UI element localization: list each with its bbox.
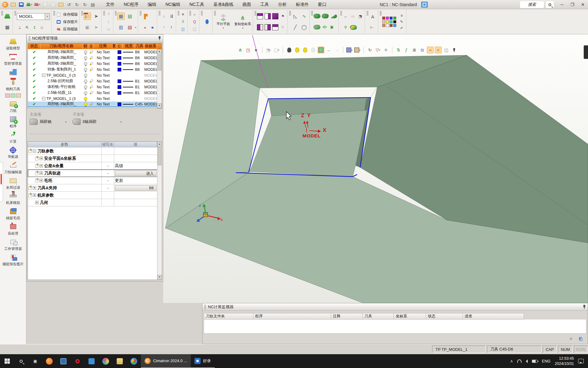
measure-distance-icon[interactable]: ↔ [343,13,349,19]
cursor-clear-icon[interactable]: ➤ [253,47,259,53]
model-scene[interactable] [163,34,588,303]
app-chrome-icon[interactable] [127,354,141,368]
surface-offset-icon[interactable]: ▣ [329,24,335,30]
sidebar-item-part[interactable] [0,68,26,76]
params-scrollbar[interactable]: ▲ ▼ [157,141,162,280]
battery-icon[interactable] [532,360,537,363]
enter-button[interactable]: 进入 [115,171,156,176]
monitor-columns[interactable]: 刀轨文件夹 程序 注释 刀具 坐标系 状态 进度 [204,313,524,320]
save-icon[interactable] [18,1,24,8]
menu-nc-edit[interactable]: NC编辑 [165,1,181,8]
param-row[interactable]: +安全平面&坐标系 [28,155,162,162]
sidebar-item-toolpath-editor[interactable]: 刀轨编辑器 [0,161,26,174]
load-tool-icon[interactable]: ▾ [34,1,40,8]
report-table-icon[interactable]: ▥ [117,24,125,31]
table-group-row[interactable]: ✔ −TP_MODEL_0 (3 No Text MODEL [28,72,162,78]
view-side-icon[interactable] [257,24,263,30]
scroll-up-icon[interactable]: ▲ [157,49,162,54]
params-scroll-up-icon[interactable]: ▲ [157,142,162,147]
monitor-header[interactable]: NC计算监视器 [202,303,588,311]
tools-icon[interactable]: ✕ [180,12,186,17]
parallel-plane-button[interactable]: 平行平面 ▾ [217,14,230,29]
param-row[interactable]: +毛坯 - 更新 [28,177,162,184]
close-folder-icon[interactable] [58,1,64,8]
list-view-icon[interactable]: ▤ [89,1,96,8]
view-cube-icon[interactable]: ▾ [346,47,353,53]
rotate-view-icon[interactable]: ↻ [367,47,373,53]
show-tool-bulb-icon[interactable] [84,13,91,20]
toolpath-points-icon[interactable]: ⌗ [435,47,442,53]
cube-bulb-icon[interactable]: ▣ [84,24,91,31]
sub-option-select[interactable]: 3轴局部 ▾ [73,119,122,125]
sidebar-item-calculate[interactable]: 计算 [0,131,26,144]
copy-ucs-button[interactable]: ⋔ 复制坐标系 ▾ [234,14,251,29]
tool-button[interactable]: B6 [115,185,156,191]
pick-add-icon[interactable]: ✛ [383,47,389,53]
sidebar-mini-icons[interactable] [0,94,26,98]
clip-plane-icon[interactable]: ◫ [443,47,450,53]
params-scroll-down-icon[interactable]: ▼ [157,275,162,280]
region-icon[interactable]: ■ [149,25,155,31]
pm-pin-icon[interactable] [158,36,161,40]
close-button[interactable]: ✕ [578,0,588,9]
view-back-icon[interactable] [265,24,271,30]
view-section-icon[interactable] [272,24,278,30]
notification-icon[interactable] [578,359,584,363]
mini-tan-cube-icon[interactable] [16,94,21,98]
view-flag2-icon[interactable]: ⚐ [280,25,286,30]
menu-surface[interactable]: 曲面 [242,1,252,8]
sketch-icon[interactable]: ◺ [292,13,299,20]
surface-extend-icon[interactable] [314,25,320,29]
param-row[interactable]: −刀轨参数 [28,148,162,155]
tool-axis-icon[interactable]: ⟂ [17,25,23,30]
app-paint-icon[interactable] [99,354,113,368]
new-model-icon[interactable] [4,13,11,20]
table-row[interactable]: ✔ 转换-复制阵列_1 No Text B6 MODEL [28,67,162,72]
title-save-icon[interactable] [421,2,428,8]
param-row[interactable]: +几何 [28,199,162,206]
app-firefox-icon[interactable] [42,354,56,368]
exit-monitor-icon[interactable]: ⎗ [577,336,584,342]
table-row[interactable]: ✔ 体积铣-平行粗铣 No Text B1 MODEL [28,84,162,90]
circle-icon[interactable]: ◯ [300,24,308,31]
toolpath-display-icon[interactable]: ⌁ [427,47,434,53]
dim-up-icon[interactable]: ↑ [161,25,167,30]
sync-icon[interactable]: ↻ [81,1,88,8]
process-table-icon[interactable]: ▦ [117,13,125,20]
save-template-button[interactable]: 保存模版 [56,12,78,17]
dim-note-icon[interactable]: ⊢ [369,25,375,31]
surface-plane-icon[interactable] [322,25,327,29]
apply-template-button[interactable]: 应用模版 [56,26,78,32]
table-row[interactable]: ✔ 2.5轴-轮廓_11 No Text B1 MODEL [28,90,162,96]
sidebar-item-cavity-manager[interactable]: 型腔管理器 [0,53,26,66]
view-front-icon[interactable] [265,13,271,19]
surface-blend-icon[interactable] [314,14,320,18]
view-flag1-icon[interactable]: ⚑ [280,13,286,19]
app-store-icon[interactable] [85,354,99,368]
prev-view-icon[interactable]: ← [326,47,332,53]
edit-pencil-icon[interactable]: ✎ [399,19,405,25]
table-row[interactable]: ✔ 局部铣-3轴局部_ No Text B6 MODEL [28,61,162,67]
table-group-row[interactable]: ✔ −TP_MODEL_1 (3 No Text MODEL [28,96,162,102]
pm-grip[interactable] [28,36,30,40]
zoom-window-icon[interactable]: ⌕ [192,12,198,17]
ruler-icon[interactable]: ▭ [350,13,356,19]
pm-table-header[interactable]: 状态 刀轨/程序名称 创 S 注释 复 C 线宽 刀具 坐标系 [28,43,162,49]
box-select-icon[interactable]: ◳ [245,47,251,53]
stop-calc-icon[interactable]: ✕ [567,336,574,342]
sidebar-item-navigator[interactable]: 导航器 [0,146,26,159]
line-icon[interactable]: ╱ [292,24,299,31]
menu-window[interactable]: 窗口 [317,1,327,8]
app-opera-icon[interactable] [70,354,85,368]
table-row-selected[interactable]: ✔ 局部铣-3轴局部_ No Text C45- MODEL [28,102,162,107]
hatch-icon[interactable]: ≡ [399,13,405,19]
scroll-down-icon[interactable]: ▼ [157,103,162,108]
menu-edit[interactable]: 编辑 [147,1,157,8]
taskbar-app-recorder[interactable]: 好录 [191,354,215,368]
tray-expand-icon[interactable]: ∧ [510,359,513,363]
minimize-button[interactable]: ─ [557,0,567,9]
redo-icon[interactable]: ↻ [74,1,80,8]
stock-steps-icon[interactable]: ▛ [142,13,149,20]
ucs-axis-icon[interactable]: ↥ [32,25,37,30]
surface-wave-icon[interactable] [322,14,329,18]
